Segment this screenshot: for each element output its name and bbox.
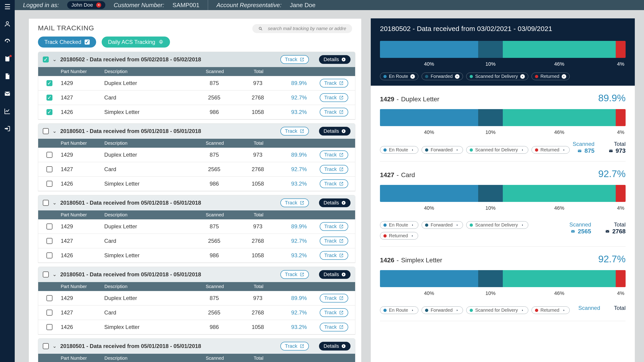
group-header[interactable]: ⌄ 20180501 - Data received from 05/01/20… — [38, 124, 355, 139]
group-checkbox[interactable]: ✓ — [43, 56, 49, 62]
track-button[interactable]: Track — [280, 55, 309, 64]
row-checkbox[interactable] — [46, 252, 52, 258]
legend-chip[interactable]: Scanned for Delivery — [466, 146, 528, 154]
row-checkbox[interactable] — [46, 152, 52, 158]
row-checkbox[interactable]: ✓ — [46, 109, 52, 115]
legend-chip[interactable]: Returned — [532, 73, 570, 80]
search-icon — [258, 26, 263, 31]
row-track-button[interactable]: Track — [320, 165, 348, 174]
row-track-button[interactable]: Track — [320, 251, 348, 260]
description: Duplex Letter — [104, 80, 191, 86]
row-checkbox[interactable]: ✓ — [46, 80, 52, 86]
daily-acs-button[interactable]: Daily ACS Tracking — [102, 36, 170, 47]
row-checkbox[interactable] — [46, 238, 52, 244]
table-row: 1429 Duplex Letter 875 973 89.9% Track — [38, 148, 355, 162]
row-track-button[interactable]: Track — [320, 294, 348, 303]
detail-card: 1427 - Card 92.7% 40%10%46%4% En Route F… — [380, 162, 626, 247]
row-track-button[interactable]: Track — [320, 108, 348, 116]
legend-chip[interactable]: Returned — [532, 146, 570, 154]
legend-chip[interactable]: Forwarded — [422, 221, 463, 229]
legend-chip[interactable]: En Route — [380, 73, 418, 80]
legend-chip[interactable]: Scanned for Delivery — [466, 73, 528, 80]
svg-rect-14 — [571, 230, 575, 233]
legend-chip[interactable]: En Route — [380, 221, 418, 229]
track-button[interactable]: Track — [280, 342, 309, 351]
group-header[interactable]: ✓ ⌄ 20180502 - Data received from 05/02/… — [38, 52, 355, 67]
row-checkbox[interactable] — [46, 295, 52, 301]
chevron-down-icon[interactable]: ⌄ — [52, 272, 56, 277]
details-button[interactable]: Details — [319, 127, 350, 136]
menu-icon[interactable]: ☰ — [4, 3, 10, 11]
group-checkbox[interactable] — [43, 272, 49, 277]
column-header: Part Number Description Scanned Total — [38, 67, 355, 76]
chevron-right-icon — [520, 223, 525, 227]
legend-chip[interactable]: En Route — [380, 306, 418, 314]
row-track-button[interactable]: Track — [320, 93, 348, 102]
svg-rect-13 — [609, 150, 612, 152]
legend-chip[interactable]: Forwarded — [422, 306, 463, 314]
tracking-list[interactable]: ✓ ⌄ 20180502 - Data received from 05/02/… — [29, 52, 361, 362]
track-button[interactable]: Track — [280, 127, 309, 136]
dashboard-icon[interactable] — [4, 38, 11, 46]
track-button[interactable]: Track — [280, 198, 309, 207]
details-button[interactable]: Details — [319, 270, 350, 279]
track-checked-button[interactable]: Track Checked ✓ — [38, 36, 96, 47]
search-input[interactable]: search mail tracking by name or addre — [252, 24, 352, 33]
row-checkbox[interactable] — [46, 166, 52, 172]
legend-chip[interactable]: Scanned for Delivery — [466, 221, 528, 229]
row-track-button[interactable]: Track — [320, 180, 348, 188]
group-checkbox[interactable] — [43, 128, 49, 134]
scanned: 875 — [191, 80, 237, 86]
row-checkbox[interactable] — [46, 324, 52, 330]
close-icon[interactable]: ✕ — [96, 2, 101, 7]
description: Card — [104, 238, 191, 244]
chevron-down-icon[interactable]: ⌄ — [52, 200, 56, 206]
legend-chip[interactable]: Forwarded — [422, 146, 463, 154]
details-button[interactable]: Details — [319, 55, 350, 64]
percentage: 89.9% — [278, 152, 320, 158]
part-number: 1429 — [61, 295, 104, 301]
description: Duplex Letter — [104, 295, 191, 301]
detail-cards[interactable]: 1429 - Duplex Letter 89.9% 40%10%46%4% E… — [371, 86, 635, 362]
document-icon[interactable] — [4, 73, 11, 81]
chevron-right-icon — [455, 74, 460, 79]
chart-icon[interactable] — [4, 108, 11, 116]
row-checkbox[interactable] — [46, 310, 52, 316]
legend-dot — [470, 148, 473, 152]
row-track-button[interactable]: Track — [320, 222, 348, 231]
row-track-button[interactable]: Track — [320, 308, 348, 317]
row-track-button[interactable]: Track — [320, 237, 348, 245]
chevron-down-icon[interactable]: ⌄ — [52, 128, 56, 134]
group-header[interactable]: ⌄ 20180501 - Data received from 05/01/20… — [38, 195, 355, 210]
legend-chip[interactable]: En Route — [380, 146, 418, 154]
mail-icon[interactable] — [4, 90, 11, 98]
user-chip[interactable]: John Doe ✕ — [67, 1, 105, 9]
group-checkbox[interactable] — [43, 200, 49, 206]
legend-chip[interactable]: Returned — [532, 306, 570, 314]
percentage: 92.7% — [278, 166, 320, 173]
details-button[interactable]: Details — [319, 342, 350, 351]
logout-icon[interactable] — [4, 125, 11, 133]
legend-chip[interactable]: Scanned for Delivery — [466, 306, 528, 314]
legend-chip[interactable]: Returned — [380, 232, 418, 240]
user-icon[interactable] — [4, 20, 11, 28]
group-checkbox[interactable] — [43, 343, 49, 349]
chevron-down-icon[interactable]: ⌄ — [52, 343, 56, 349]
row-track-button[interactable]: Track — [320, 323, 348, 332]
customer-value: SAMP001 — [172, 1, 200, 9]
legend-dot — [425, 75, 428, 78]
details-button[interactable]: Details — [319, 198, 350, 207]
row-checkbox[interactable] — [46, 223, 52, 229]
legend-chip[interactable]: Forwarded — [422, 73, 463, 80]
row-checkbox[interactable]: ✓ — [46, 95, 52, 101]
row-track-button[interactable]: Track — [320, 151, 348, 159]
clipboard-icon[interactable] — [4, 55, 11, 63]
row-track-button[interactable]: Track — [320, 79, 348, 88]
card-name: Duplex Letter — [401, 96, 440, 103]
group-header[interactable]: ⌄ 20180501 - Data received from 05/01/20… — [38, 267, 355, 282]
row-checkbox[interactable] — [46, 181, 52, 187]
track-button[interactable]: Track — [280, 270, 309, 279]
group-header[interactable]: ⌄ 20180501 - Data received from 05/01/20… — [38, 339, 355, 354]
chevron-down-icon[interactable]: ⌄ — [52, 56, 56, 62]
legend-dot — [384, 223, 387, 227]
